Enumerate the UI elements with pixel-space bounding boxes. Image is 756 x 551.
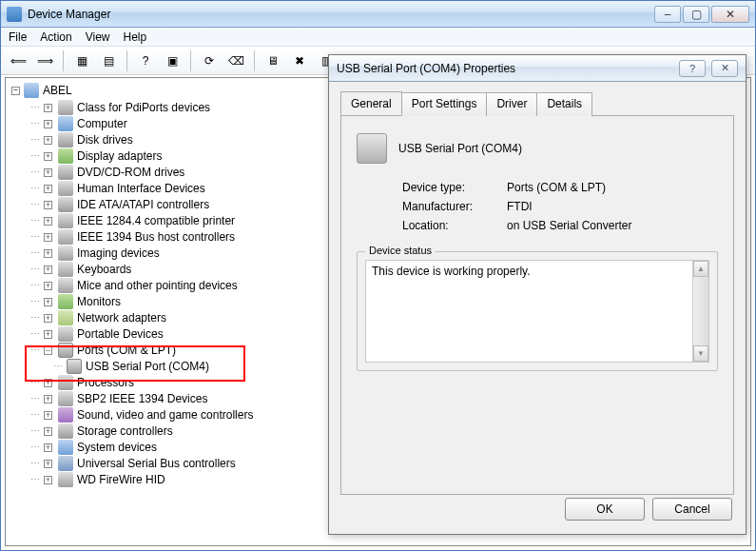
monitor-icon [58,294,73,309]
generic-icon [58,472,73,487]
tree-item-label: Human Interface Devices [77,180,205,198]
tree-item-label: SBP2 IEEE 1394 Devices [77,390,207,408]
generic-icon [58,326,73,342]
dialog-help-button[interactable]: ? [679,60,706,77]
generic-icon [58,181,73,196]
menu-help[interactable]: Help [124,30,147,44]
tree-item-label: Mice and other pointing devices [77,277,238,295]
tree-item-label: System devices [77,439,157,457]
scroll-down-icon[interactable]: ▼ [693,345,708,362]
dialog-titlebar: USB Serial Port (COM4) Properties ? ✕ [329,55,746,82]
close-button[interactable]: ✕ [711,6,749,23]
menu-action[interactable]: Action [40,30,71,44]
expand-icon[interactable]: + [44,136,52,145]
expand-icon[interactable]: + [44,476,52,484]
scroll-up-icon[interactable]: ▲ [693,261,708,277]
forward-button[interactable]: ⟹ [33,49,56,72]
tab-general[interactable]: General [340,91,402,115]
expand-icon[interactable]: + [44,233,52,242]
location-value: on USB Serial Converter [507,219,718,232]
expand-icon[interactable]: + [44,443,52,452]
app-icon [7,7,22,22]
generic-icon [58,375,73,390]
port-icon [67,359,82,374]
expand-icon[interactable]: + [44,282,52,290]
expand-icon[interactable]: + [44,201,52,209]
menu-view[interactable]: View [86,30,110,44]
tree-item-label: Monitors [77,293,121,311]
tree-item-label: DVD/CD-ROM drives [77,164,184,182]
window-titlebar: Device Manager – ▢ ✕ [1,1,755,28]
expand-icon[interactable]: + [44,168,52,177]
tree-item-label: Storage controllers [77,423,173,441]
expand-icon[interactable]: + [44,460,52,468]
device-type-label: Device type: [402,181,507,194]
generic-icon [58,100,73,115]
tree-item-label: Keyboards [77,261,131,279]
usb-icon [58,456,73,471]
toolbar-view2-button[interactable]: ▤ [97,49,120,72]
device-status-textbox[interactable]: This device is working properly. ▲ ▼ [365,260,709,363]
tree-item-label: Imaging devices [77,245,160,263]
expand-icon[interactable]: + [44,185,52,193]
expand-icon[interactable]: + [44,427,52,436]
generic-icon [58,262,73,277]
generic-icon [58,213,73,228]
generic-icon [58,278,73,293]
help-button[interactable]: ? [134,49,157,72]
toolbar-x-button[interactable]: ✖ [288,49,311,72]
dialog-close-button[interactable]: ✕ [711,60,738,77]
computer-icon [24,83,39,98]
menu-file[interactable]: File [9,30,27,44]
expand-icon[interactable]: + [44,217,52,226]
tree-item-label: IEEE 1394 Bus host controllers [77,228,235,246]
back-button[interactable]: ⟸ [7,49,29,72]
scrollbar[interactable]: ▲ ▼ [692,261,708,362]
toolbar-scan-button[interactable]: 🖥 [262,49,284,72]
expand-icon[interactable]: + [44,330,52,339]
tree-item-label: Network adapters [77,309,166,327]
monitor-icon [58,148,73,164]
tree-item-label: Processors [77,374,134,392]
expand-icon[interactable]: + [44,152,52,161]
device-name: USB Serial Port (COM4) [398,142,522,155]
tree-root-label: ABEL [43,82,72,100]
tree-item-label: Ports (COM & LPT) [77,342,176,360]
tree-item-label: Class for PdiPorts devices [77,99,210,117]
expand-icon[interactable]: − [44,346,52,355]
toolbar-props-button[interactable]: ▣ [161,49,184,72]
expand-icon[interactable]: + [44,411,52,420]
expand-icon[interactable]: + [44,104,52,112]
device-status-label: Device status [365,245,436,256]
network-icon [58,310,73,325]
expand-icon[interactable]: + [44,298,52,306]
tree-item-label: Sound, video and game controllers [77,406,253,424]
dialog-title: USB Serial Port (COM4) Properties [337,62,515,75]
tree-item-label: Portable Devices [77,325,164,344]
properties-dialog: USB Serial Port (COM4) Properties ? ✕ Ge… [328,54,746,535]
device-icon [357,133,387,164]
ok-button[interactable]: OK [565,498,645,521]
cancel-button[interactable]: Cancel [652,498,732,521]
tree-item-label: Display adapters [77,148,162,166]
minimize-button[interactable]: – [654,6,681,23]
device-status-text: This device is working properly. [372,265,531,278]
port-icon [58,343,73,358]
expand-icon[interactable]: + [44,379,52,387]
tree-item-label: IDE ATA/ATAPI controllers [77,196,209,214]
expand-icon[interactable]: + [44,395,52,403]
tab-driver[interactable]: Driver [486,92,537,116]
toolbar-uninstall-button[interactable]: ⌫ [224,49,247,72]
expand-icon[interactable]: + [44,266,52,274]
tab-port-settings[interactable]: Port Settings [401,92,488,116]
expand-icon[interactable]: + [44,314,52,323]
expand-icon[interactable]: + [44,249,52,258]
tab-details[interactable]: Details [536,92,592,116]
maximize-button[interactable]: ▢ [683,6,709,23]
toolbar-update-button[interactable]: ⟳ [198,49,221,72]
tab-content: USB Serial Port (COM4) Device type: Port… [340,116,734,495]
generic-icon [58,391,73,406]
expand-icon[interactable]: + [44,120,52,128]
drive-icon [58,423,73,439]
toolbar-view1-button[interactable]: ▦ [70,49,93,72]
